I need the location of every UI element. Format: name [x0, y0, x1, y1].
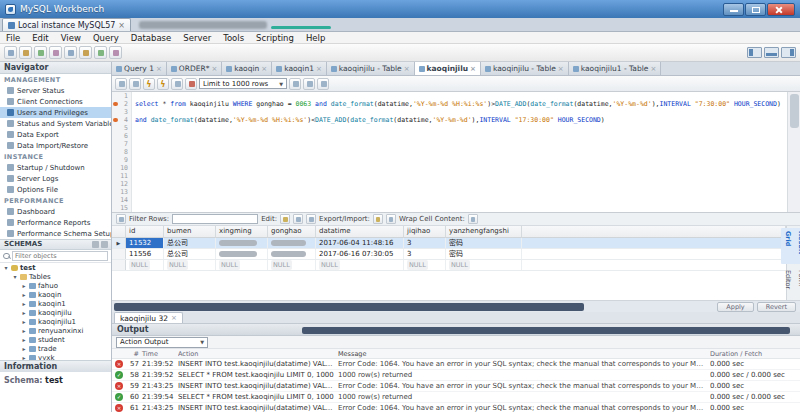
import-icon[interactable] — [386, 214, 396, 224]
editor-line[interactable]: 12 — [112, 180, 787, 188]
minimize-button[interactable] — [723, 3, 744, 16]
table-row[interactable]: NULLNULLNULLNULLNULLNULLNULL — [112, 260, 786, 271]
preferences-icon[interactable] — [94, 46, 107, 59]
query-tab-kaoqin[interactable]: kaoqin× — [222, 62, 272, 75]
close-button[interactable] — [767, 3, 795, 16]
export-icon[interactable] — [373, 214, 383, 224]
menu-server[interactable]: Server — [177, 32, 217, 44]
editor-line[interactable]: 3 — [112, 108, 787, 116]
column-header-jiqihao[interactable]: jiqihao — [404, 226, 446, 238]
tree-item-trade[interactable]: ▸trade — [0, 344, 111, 353]
query-tab-kaoqinjilu-table[interactable]: kaoqinjilu - Table× — [481, 62, 569, 75]
grid-cell[interactable]: 3 — [404, 249, 446, 259]
query-tab-kaoqinjilu[interactable]: kaoqinjilu× — [415, 62, 481, 75]
sidebar-item-server-status[interactable]: Server Status — [0, 85, 111, 96]
menu-tools[interactable]: Tools — [217, 32, 250, 44]
chevron-right-icon[interactable]: ▸ — [21, 309, 27, 316]
tree-item-kaoqin1[interactable]: ▸kaoqin1 — [0, 299, 111, 308]
chevron-right-icon[interactable]: ▸ — [21, 345, 27, 352]
editor-line[interactable]: 2select * from kaoqinjilu WHERE gonghao … — [112, 100, 787, 108]
grid-view-icon[interactable] — [116, 214, 126, 224]
scrollbar-thumb[interactable] — [790, 94, 799, 128]
grid-hscrollbar[interactable]: Apply Revert — [112, 300, 800, 312]
chevron-right-icon[interactable]: ▸ — [21, 291, 27, 298]
apply-button[interactable]: Apply — [717, 302, 753, 312]
chevron-right-icon[interactable]: ▸ — [21, 336, 27, 343]
side-tab-result-grid[interactable]: Result Grid — [781, 228, 800, 264]
close-icon[interactable]: × — [470, 65, 476, 73]
help-icon[interactable] — [109, 46, 122, 59]
output-col-item[interactable]: # — [126, 350, 142, 358]
grid-cell[interactable]: 2017-06-04 11:48:16 — [316, 238, 404, 248]
grid-cell[interactable]: 2017-06-16 07:30:05 — [316, 249, 404, 259]
grid-cell[interactable]: NULL — [216, 260, 268, 270]
column-header-id[interactable]: id — [126, 226, 164, 238]
grid-cell[interactable]: NULL — [164, 260, 216, 270]
filter-objects-input[interactable] — [12, 251, 108, 261]
chevron-right-icon[interactable]: ▸ — [21, 282, 27, 289]
table-row[interactable]: ▶11532总公司2017-06-04 11:48:163密码 — [112, 238, 786, 249]
sidebar-item-performance-schema-setup[interactable]: Performance Schema Setup — [0, 228, 111, 239]
grid-cell[interactable]: 密码 — [446, 249, 522, 259]
save-icon[interactable] — [64, 46, 77, 59]
menu-scripting[interactable]: Scripting — [250, 32, 300, 44]
grid-cell[interactable]: 11532 — [126, 238, 164, 248]
side-tab-form-editor[interactable]: Form Editor — [781, 267, 800, 300]
grid-cell[interactable]: 11556 — [126, 249, 164, 259]
tree-item-kaoqin[interactable]: ▸kaoqin — [0, 290, 111, 299]
output-col-duration-fetch[interactable]: Duration / Fetch — [710, 350, 800, 358]
editor-line[interactable]: 15 — [112, 204, 787, 212]
editor-line[interactable]: 10 — [112, 164, 787, 172]
panel-scrollbar[interactable] — [302, 327, 790, 334]
sql-editor[interactable]: 12select * from kaoqinjilu WHERE gonghao… — [112, 92, 800, 212]
grid-cell[interactable]: 密码 — [446, 238, 522, 248]
row-selector[interactable] — [112, 249, 126, 259]
chevron-right-icon[interactable]: ▸ — [21, 300, 27, 307]
sidebar-item-users-and-privileges[interactable]: Users and Privileges — [0, 107, 111, 118]
query-tab-kaoqinjilu1-table[interactable]: kaoqinjilu1 - Table× — [569, 62, 662, 75]
limit-rows-select[interactable]: Limit to 1000 rows ▼ — [199, 78, 287, 89]
grid-cell[interactable]: NULL — [316, 260, 404, 270]
editor-line[interactable]: 5 — [112, 124, 787, 132]
close-icon[interactable]: × — [118, 21, 125, 30]
chevron-down-icon[interactable]: ▾ — [3, 264, 9, 271]
close-icon[interactable]: × — [171, 314, 177, 322]
execute-current-icon[interactable]: ϟ — [157, 78, 169, 90]
row-selector[interactable] — [112, 260, 126, 270]
query-tab-kaoqin1[interactable]: kaoqin1× — [272, 62, 327, 75]
editor-line[interactable]: 11 — [112, 172, 787, 180]
sidebar-item-status-and-system-variables[interactable]: Status and System Variables — [0, 118, 111, 129]
column-header-gonghao[interactable]: gonghao — [268, 226, 316, 238]
grid-cell[interactable]: 总公司 — [164, 249, 216, 259]
output-row[interactable]: ×5921:43:25INSERT INTO test.kaoqinjilu(d… — [112, 381, 800, 392]
tree-item-tables[interactable]: ▾Tables — [0, 272, 111, 281]
grid-cell[interactable] — [268, 238, 316, 248]
grid-cell[interactable]: NULL — [446, 260, 522, 270]
menu-file[interactable]: File — [0, 32, 26, 44]
grid-cell[interactable]: NULL — [126, 260, 164, 270]
tree-item-kaoqinjilu[interactable]: ▸kaoqinjilu — [0, 308, 111, 317]
new-schema-icon[interactable] — [34, 46, 47, 59]
connection-tab[interactable]: Local instance MySQL57 × — [2, 18, 131, 31]
grid-cell[interactable]: NULL — [268, 260, 316, 270]
new-table-icon[interactable] — [49, 46, 62, 59]
tree-item-student[interactable]: ▸student — [0, 335, 111, 344]
output-row[interactable]: ×6121:43:25INSERT INTO test.kaoqinjilu(d… — [112, 403, 800, 412]
save-script-icon[interactable] — [129, 78, 141, 90]
grid-cell[interactable] — [216, 249, 268, 259]
tree-item-renyuanxinxi[interactable]: ▸renyuanxinxi — [0, 326, 111, 335]
query-tab-query-1[interactable]: Query 1× — [112, 62, 167, 75]
wrap-icon[interactable] — [317, 78, 329, 90]
query-tab-order[interactable]: ORDER*× — [167, 62, 222, 75]
menu-help[interactable]: Help — [300, 32, 331, 44]
open-script-icon[interactable] — [115, 78, 127, 90]
tree-item-yyxk[interactable]: ▸yyxk — [0, 353, 111, 360]
close-icon[interactable]: × — [404, 65, 410, 73]
grid-cell[interactable]: 3 — [404, 238, 446, 248]
edit-record-icon[interactable] — [280, 214, 290, 224]
chevron-down-icon[interactable]: ▾ — [12, 273, 18, 280]
delete-record-icon[interactable] — [306, 214, 316, 224]
editor-scrollbar[interactable] — [787, 92, 800, 212]
output-view-select[interactable]: Action Output ▼ — [116, 337, 208, 348]
editor-line[interactable]: 7 — [112, 140, 787, 148]
